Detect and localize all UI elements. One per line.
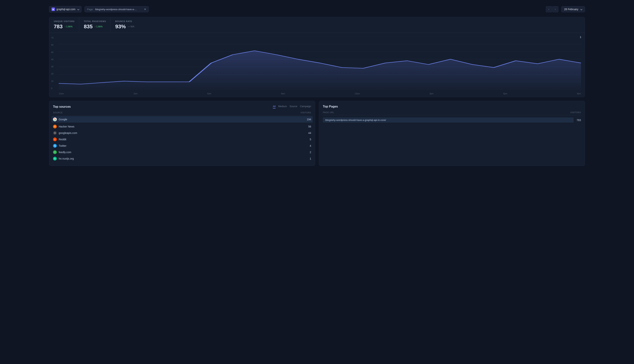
twitter-source-name: Twitter xyxy=(59,144,308,147)
page-visitors: 783 xyxy=(577,119,581,122)
googleapis-source-name: googleapis.com xyxy=(59,132,306,134)
pages-col-url: Page url xyxy=(323,111,334,114)
reddit-icon: r xyxy=(53,138,57,141)
total-pageviews-block: TOTAL PAGEVIEWS 835 ↑ 1.6k% xyxy=(79,17,111,33)
y-label-0: 0 xyxy=(51,87,54,90)
svg-marker-8 xyxy=(59,51,581,90)
y-label-60: 60 xyxy=(51,44,54,46)
analytics-card: UNIQUE VISITORS 783 ↑ 1.6k% TOTAL PAGEVI… xyxy=(49,17,585,97)
hackernews-icon: Y xyxy=(53,125,57,128)
twitter-source-count: 4 xyxy=(310,144,311,147)
feedly-icon: f xyxy=(53,150,57,154)
date-label: 28 February xyxy=(564,8,578,11)
stats-row: UNIQUE VISITORS 783 ↑ 1.6k% TOTAL PAGEVI… xyxy=(49,17,585,33)
source-row-feedly[interactable]: f feedly.com 2 xyxy=(53,149,311,156)
filter-tab-campaign[interactable]: Campaign xyxy=(300,105,311,108)
date-chevron-icon xyxy=(580,8,582,10)
sources-col-visitors: Visitors xyxy=(301,112,311,114)
source-row-hackernews[interactable]: Y Hacker News 56 xyxy=(53,123,311,130)
feedly-source-count: 2 xyxy=(310,151,311,154)
close-icon[interactable]: ✕ xyxy=(144,8,146,11)
y-label-10: 10 xyxy=(51,80,54,82)
source-row-twitter[interactable]: 𝕏 Twitter 4 xyxy=(53,142,311,149)
reddit-source-count: 5 xyxy=(310,138,311,141)
filter-tab-source[interactable]: Source xyxy=(290,105,297,108)
unique-visitors-block: UNIQUE VISITORS 783 ↑ 1.6k% xyxy=(49,17,79,33)
unique-visitors-change: ↑ 1.6k% xyxy=(65,25,73,28)
bounce-rate-value-row: 93% — N/A xyxy=(115,24,134,30)
date-selector[interactable]: 28 February xyxy=(561,6,585,12)
line-chart xyxy=(59,36,581,90)
x-axis-labels: 12am 3am 6am 9am 12pm 3pm 6pm 9pm xyxy=(59,92,581,95)
page-filter[interactable]: Page: /blog/why-wordpress-should-have-a-… xyxy=(85,6,149,12)
nav-arrows: ‹ › xyxy=(546,6,558,12)
y-label-50: 50 xyxy=(51,51,54,53)
main-content: UNIQUE VISITORS 783 ↑ 1.6k% TOTAL PAGEVI… xyxy=(0,17,634,166)
filter-tab-all[interactable]: All xyxy=(273,105,276,108)
source-row-google[interactable]: Google 194 xyxy=(52,116,313,122)
nuxtjs-source-name: hn.nuxtjs.org xyxy=(59,157,308,160)
unique-visitors-value-row: 783 ↑ 1.6k% xyxy=(54,24,75,30)
page-row[interactable]: /blog/why-wordpress-should-have-a-graphq… xyxy=(323,116,581,124)
top-pages-header: Top Pages xyxy=(323,105,581,108)
x-label-6am: 6am xyxy=(207,92,211,95)
googleapis-source-count: 44 xyxy=(308,132,311,134)
twitter-icon: 𝕏 xyxy=(53,144,57,148)
googleapis-icon xyxy=(53,131,57,135)
sources-table-header: Source Visitors xyxy=(53,112,311,116)
top-pages-title: Top Pages xyxy=(323,105,338,108)
unique-visitors-value: 783 xyxy=(54,24,63,30)
filter-tab-medium[interactable]: Medium xyxy=(278,105,287,108)
x-label-12am: 12am xyxy=(59,92,64,95)
bounce-rate-value: 93% xyxy=(115,24,126,30)
bottom-row: Top sources All Medium Source Campaign S… xyxy=(49,101,585,166)
unique-visitors-label: UNIQUE VISITORS xyxy=(54,20,75,22)
x-label-3pm: 3pm xyxy=(429,92,433,95)
chevron-down-icon xyxy=(77,8,80,10)
google-icon xyxy=(53,118,57,121)
y-label-40: 40 xyxy=(51,58,54,60)
source-row-nuxtjs[interactable]: N hn.nuxtjs.org 1 xyxy=(53,156,311,162)
site-name: graphql-api.com xyxy=(57,8,75,11)
x-label-9am: 9am xyxy=(281,92,285,95)
hackernews-source-name: Hacker News xyxy=(59,125,306,128)
top-sources-header: Top sources All Medium Source Campaign xyxy=(53,105,311,108)
chart-area: ⬇ 70 60 50 40 30 20 10 0 xyxy=(49,33,585,97)
nuxtjs-source-count: 1 xyxy=(310,157,311,160)
sources-col-source: Source xyxy=(53,112,63,114)
pages-col-visitors: Visitors xyxy=(570,111,581,114)
bounce-rate-change: — N/A xyxy=(128,25,134,28)
nav-prev-button[interactable]: ‹ xyxy=(546,6,552,12)
bounce-rate-label: BOUNCE RATE xyxy=(115,20,134,22)
hackernews-source-count: 56 xyxy=(308,125,311,128)
site-icon: ◆ xyxy=(52,8,55,11)
site-selector[interactable]: ◆ graphql-api.com xyxy=(49,6,82,12)
total-pageviews-value-row: 835 ↑ 1.6k% xyxy=(84,24,106,30)
source-row-reddit[interactable]: r Reddit 5 xyxy=(53,136,311,142)
total-pageviews-value: 835 xyxy=(84,24,93,30)
page-url: /blog/why-wordpress-should-have-a-graphq… xyxy=(323,118,574,122)
reddit-source-name: Reddit xyxy=(59,138,308,141)
feedly-source-name: feedly.com xyxy=(59,151,308,154)
google-source-name: Google xyxy=(59,118,305,121)
nav-next-button[interactable]: › xyxy=(552,6,558,12)
pages-table-header: Page url Visitors xyxy=(323,111,581,115)
y-label-30: 30 xyxy=(51,66,54,68)
top-sources-card: Top sources All Medium Source Campaign S… xyxy=(49,101,315,166)
bounce-rate-block: BOUNCE RATE 93% — N/A xyxy=(111,17,139,33)
filter-tabs: All Medium Source Campaign xyxy=(273,105,311,108)
source-row-googleapis[interactable]: googleapis.com 44 xyxy=(53,130,311,136)
top-pages-card: Top Pages Page url Visitors /blog/why-wo… xyxy=(319,101,585,166)
svg-point-10 xyxy=(54,132,56,134)
page-filter-value: /blog/why-wordpress-should-have-a-... xyxy=(95,8,137,11)
y-label-70: 70 xyxy=(51,36,54,39)
y-axis-labels: 70 60 50 40 30 20 10 0 xyxy=(51,36,54,90)
google-source-count: 194 xyxy=(307,118,311,121)
x-label-6pm: 6pm xyxy=(503,92,507,95)
page-filter-label: Page: xyxy=(87,8,93,11)
x-label-9pm: 9pm xyxy=(577,92,581,95)
total-pageviews-label: TOTAL PAGEVIEWS xyxy=(84,20,106,22)
y-label-20: 20 xyxy=(51,72,54,75)
x-label-12pm: 12pm xyxy=(355,92,360,95)
download-button[interactable]: ⬇ xyxy=(579,36,582,39)
